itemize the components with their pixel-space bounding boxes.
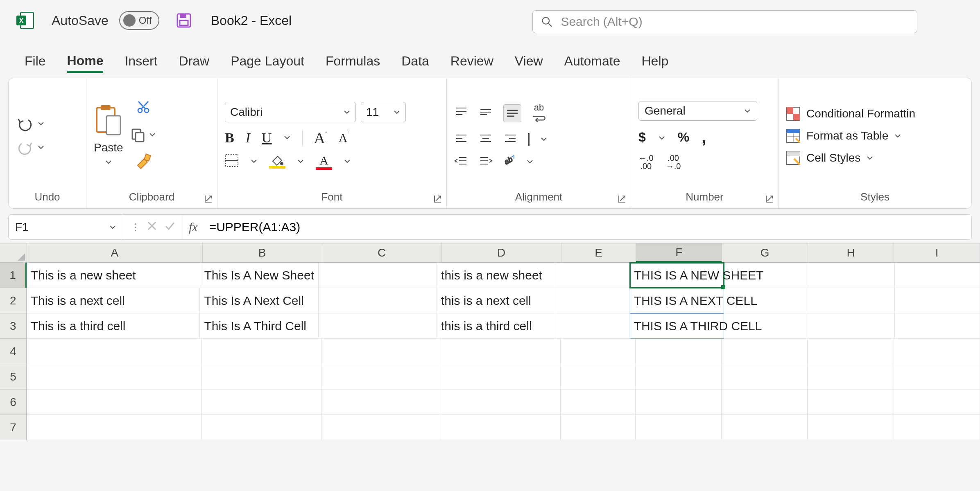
align-right-button[interactable] [503,133,517,146]
cell[interactable] [809,313,894,339]
cell[interactable] [808,415,894,440]
orientation-button[interactable]: ab [503,155,516,169]
cell[interactable] [555,288,630,313]
align-middle-button[interactable] [479,106,493,120]
row-header[interactable]: 7 [0,415,27,440]
column-header[interactable]: B [203,243,322,262]
cell[interactable] [561,339,636,364]
cell[interactable] [27,364,202,390]
cell[interactable] [895,263,980,288]
merge-center-button[interactable] [528,134,530,145]
tab-data[interactable]: Data [401,54,429,73]
cell[interactable] [321,390,441,415]
chevron-down-icon[interactable] [344,156,351,167]
cell[interactable] [895,313,980,339]
name-box[interactable]: F1 [9,215,123,239]
autosave-toggle[interactable]: Off [119,11,159,30]
row-header[interactable]: 6 [0,390,27,415]
cell[interactable] [561,364,636,390]
cell[interactable] [321,364,441,390]
cell[interactable] [636,339,722,364]
cell[interactable] [894,339,980,364]
cell[interactable] [441,339,561,364]
cell[interactable] [636,364,722,390]
cell[interactable]: This is a third cell [27,313,200,339]
more-icon[interactable]: ⋮ [131,221,139,233]
cell[interactable]: this is a new sheet [437,263,555,288]
cell[interactable] [319,313,437,339]
decrease-decimal-button[interactable]: .00→.0 [666,154,681,170]
fill-color-button[interactable] [269,155,285,169]
chevron-down-icon[interactable] [297,156,304,167]
tab-review[interactable]: Review [450,54,493,73]
format-painter-button[interactable] [135,153,152,172]
cell-styles-button[interactable]: Cell Styles [786,151,915,165]
align-top-button[interactable] [454,106,468,120]
cell[interactable] [808,339,894,364]
search-input[interactable] [561,15,909,29]
cancel-formula-button[interactable] [147,221,157,234]
increase-font-button[interactable]: Aˆ [314,129,327,147]
cell[interactable] [27,390,202,415]
chevron-down-icon[interactable] [658,130,665,145]
column-header[interactable]: H [808,243,894,262]
cell[interactable] [722,415,808,440]
cell[interactable]: this is a third cell [437,313,555,339]
chevron-down-icon[interactable] [540,134,548,145]
cell[interactable] [202,339,321,364]
increase-decimal-button[interactable]: ←.0.00 [638,154,654,170]
dialog-launcher-icon[interactable] [765,194,774,203]
tab-file[interactable]: File [25,54,46,73]
cell[interactable] [809,263,894,288]
cell[interactable] [636,415,722,440]
cell[interactable]: This Is A New Sheet [200,263,319,288]
font-color-button[interactable]: A [316,153,332,170]
align-left-button[interactable] [454,133,468,146]
row-header[interactable]: 1 [0,263,27,288]
cell[interactable]: THIS IS A NEXT CELL [630,288,724,313]
insert-function-button[interactable]: fx [183,215,204,239]
cell[interactable] [202,390,321,415]
decrease-font-button[interactable]: Aˇ [339,131,349,145]
align-bottom-button[interactable] [503,104,521,122]
paste-button[interactable]: Paste [94,104,123,168]
borders-button[interactable] [225,153,239,170]
cell[interactable]: This is a next cell [27,288,200,313]
enter-formula-button[interactable] [165,221,175,234]
align-center-button[interactable] [479,133,493,146]
font-name-select[interactable]: Calibri [225,102,356,122]
cell[interactable] [202,364,321,390]
chevron-down-icon[interactable] [526,156,534,168]
cell[interactable] [894,415,980,440]
cut-button[interactable] [136,100,151,117]
decrease-indent-button[interactable] [454,155,468,169]
cell[interactable] [27,415,202,440]
cell[interactable]: THIS IS A NEW SHEET [630,263,724,288]
cell[interactable] [561,390,636,415]
cell[interactable] [636,390,722,415]
tab-insert[interactable]: Insert [124,54,157,73]
column-header[interactable]: G [722,243,808,262]
tab-help[interactable]: Help [642,54,669,73]
tab-formulas[interactable]: Formulas [326,54,380,73]
column-header[interactable]: E [561,243,636,262]
cell[interactable]: This is a new sheet [27,263,200,288]
tab-view[interactable]: View [515,54,543,73]
cell[interactable] [555,263,630,288]
dialog-launcher-icon[interactable] [433,194,442,203]
cell[interactable] [894,364,980,390]
dialog-launcher-icon[interactable] [618,194,627,203]
increase-indent-button[interactable] [479,155,493,169]
accounting-format-button[interactable]: $ [638,130,646,145]
font-size-select[interactable]: 11 [361,102,406,122]
cell[interactable] [722,339,808,364]
cell[interactable] [441,364,561,390]
conditional-formatting-button[interactable]: Conditional Formattin [786,106,915,121]
save-button[interactable] [176,12,192,29]
cell[interactable] [319,263,437,288]
row-header[interactable]: 5 [0,364,27,390]
undo-button[interactable] [16,117,45,131]
copy-button[interactable] [131,128,156,142]
select-all-corner[interactable] [0,243,27,262]
row-header[interactable]: 3 [0,313,27,339]
